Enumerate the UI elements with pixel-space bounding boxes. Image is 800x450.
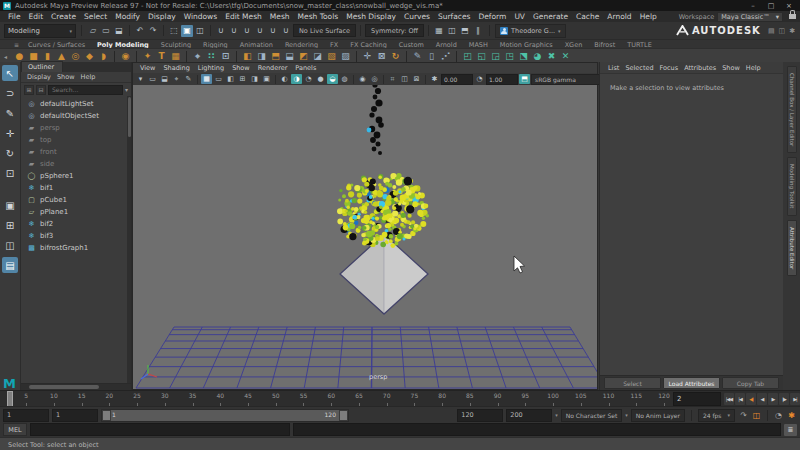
outliner-menu-show[interactable]: Show bbox=[55, 73, 77, 81]
shelf-delete-vertex-icon[interactable]: ✕ bbox=[559, 50, 572, 63]
step-back-key-button[interactable]: |◀ bbox=[735, 393, 745, 405]
menu-select[interactable]: Select bbox=[80, 12, 111, 21]
chevron-down-icon[interactable]: ▾ bbox=[625, 412, 628, 418]
shelf-merge-vertices-icon[interactable]: ⬔ bbox=[517, 50, 530, 63]
shelf-bridge-icon[interactable]: ◪ bbox=[311, 50, 324, 63]
scale-tool[interactable]: ⊡ bbox=[2, 165, 18, 181]
lighting-all-icon[interactable]: ◉ bbox=[357, 74, 368, 84]
select-hierarchy-icon[interactable]: ⬚ bbox=[168, 25, 180, 37]
outliner-horizontal-scrollbar[interactable] bbox=[21, 383, 131, 390]
shelf-delete-edge-icon[interactable]: ✖ bbox=[545, 50, 558, 63]
anti-aliasing-icon[interactable]: ⊠ bbox=[411, 74, 422, 84]
viewport-scene[interactable]: persp bbox=[133, 85, 597, 389]
range-slider-bar[interactable]: 1 120 bbox=[101, 409, 349, 422]
layout-toggle-icon[interactable]: ◫ bbox=[779, 27, 787, 35]
snap-view-plane-icon[interactable]: ∪ bbox=[267, 25, 279, 37]
shelf-boolean-slice-icon[interactable]: ◳ bbox=[503, 50, 516, 63]
bookmark-icon[interactable]: ✎ bbox=[183, 74, 194, 84]
shelf-boolean-intersection-icon[interactable]: ◲ bbox=[489, 50, 502, 63]
attribute-editor-menu-help[interactable]: Help bbox=[744, 64, 763, 72]
shelf-super-shape-icon[interactable]: ✦ bbox=[141, 50, 154, 63]
workspace-lock-icon[interactable] bbox=[789, 14, 796, 19]
outliner-item-top[interactable]: ▰top bbox=[27, 134, 131, 146]
smooth-shade-icon[interactable]: ◑ bbox=[291, 74, 302, 84]
shelf-svg-tool-icon[interactable]: ▦ bbox=[169, 50, 182, 63]
shelf-target-weld-icon[interactable]: ◕ bbox=[531, 50, 544, 63]
shelf-menu-icon[interactable]: ≡ bbox=[14, 41, 22, 48]
exposure-toggle-icon[interactable]: ✱ bbox=[429, 74, 440, 84]
outliner-item-pcube1[interactable]: ▢pCube1 bbox=[27, 194, 131, 206]
layout-four-view[interactable]: ⊞ bbox=[2, 217, 18, 233]
colorspace-select[interactable]: sRGB gamma▾ bbox=[531, 74, 609, 85]
film-gate-icon[interactable]: ▭ bbox=[213, 74, 224, 84]
outliner-item-psphere1[interactable]: ◯pSphere1 bbox=[27, 170, 131, 182]
menu-surfaces[interactable]: Surfaces bbox=[434, 12, 474, 21]
menu-arnold[interactable]: Arnold bbox=[603, 12, 635, 21]
menu-mesh-tools[interactable]: Mesh Tools bbox=[294, 12, 343, 21]
shelf-particle-tool-icon[interactable]: ∷ bbox=[205, 50, 218, 63]
animation-start-field[interactable]: 1 bbox=[3, 409, 49, 422]
shelf-reduce-icon[interactable]: ▨ bbox=[339, 50, 352, 63]
shelf-boolean-difference-icon[interactable]: ◱ bbox=[475, 50, 488, 63]
snap-curve-icon[interactable]: ∪ bbox=[228, 25, 240, 37]
animation-preferences-icon[interactable]: ✱ bbox=[786, 410, 797, 421]
chevron-down-icon[interactable]: ▾ bbox=[125, 86, 128, 93]
move-tool[interactable]: ✛ bbox=[2, 125, 18, 141]
outliner-search-input[interactable] bbox=[48, 85, 123, 95]
camera-attributes-icon[interactable]: ⌖ bbox=[171, 74, 182, 84]
shelf-mirror-icon[interactable]: ◩ bbox=[297, 50, 310, 63]
side-tab-channel-box-layer-editor[interactable]: Channel Box / Layer Editor bbox=[787, 66, 797, 153]
menu-edit-mesh[interactable]: Edit Mesh bbox=[221, 12, 266, 21]
gate-mask-icon[interactable]: ⊞ bbox=[237, 74, 248, 84]
outliner-item-defaultlightset[interactable]: ◎defaultLightSet bbox=[27, 98, 131, 110]
textured-icon[interactable]: ◒ bbox=[327, 74, 338, 84]
range-start-handle[interactable] bbox=[102, 410, 111, 421]
shelf-options-icon[interactable]: ◂ bbox=[4, 53, 12, 60]
shelf-quad-draw-icon[interactable]: ⋰ bbox=[439, 50, 452, 63]
shelf-image-plane-icon[interactable]: ⊡ bbox=[219, 50, 232, 63]
shelf-boolean-union-icon[interactable]: ◰ bbox=[461, 50, 474, 63]
copy-tab-button[interactable]: Copy Tab bbox=[722, 377, 779, 389]
select-tool[interactable]: ↖ bbox=[2, 65, 18, 81]
use-default-material-icon[interactable]: ◍ bbox=[339, 74, 350, 84]
viewport-menu-panels[interactable]: Panels bbox=[292, 64, 319, 72]
attribute-editor-menu-list[interactable]: List bbox=[606, 64, 621, 72]
playback-end-field[interactable]: 120 bbox=[457, 409, 503, 422]
flat-shade-icon[interactable]: ● bbox=[315, 74, 326, 84]
menu-display[interactable]: Display bbox=[144, 12, 180, 21]
shelf-sculpt-tool-icon[interactable]: ✛ bbox=[361, 50, 374, 63]
motion-blur-icon[interactable]: ◫ bbox=[399, 74, 410, 84]
shadows-icon[interactable]: ◎ bbox=[369, 74, 380, 84]
attribute-editor-menu-focus[interactable]: Focus bbox=[658, 64, 681, 72]
menu-file[interactable]: File bbox=[4, 12, 25, 21]
wireframe-icon[interactable]: ◐ bbox=[279, 74, 290, 84]
fps-select[interactable]: 24 fps ▾ bbox=[698, 409, 735, 422]
notification-icon[interactable]: ▤ bbox=[768, 27, 776, 35]
outliner-item-bif3[interactable]: ❄bif3 bbox=[27, 230, 131, 242]
viewport-menu-shading[interactable]: Shading bbox=[160, 64, 192, 72]
script-editor-icon[interactable]: ≣ bbox=[784, 424, 797, 436]
ipr-render-icon[interactable]: ◫ bbox=[446, 25, 458, 37]
step-back-frame-button[interactable]: ◀| bbox=[746, 393, 756, 405]
viewport-panel[interactable]: ViewShadingLightingShowRendererPanels ▾▭… bbox=[132, 62, 598, 390]
go-to-start-button[interactable]: |◀◀ bbox=[724, 393, 734, 405]
menu-help[interactable]: Help bbox=[636, 12, 661, 21]
anim-snap-icon[interactable]: ↷ bbox=[738, 410, 749, 421]
safe-action-icon[interactable]: ▣ bbox=[261, 74, 272, 84]
snap-point-icon[interactable]: ∪ bbox=[241, 25, 253, 37]
layout-persp-outliner[interactable]: ◫ bbox=[2, 237, 18, 253]
time-slider-track[interactable]: 5101520253035404550556065707580859095100… bbox=[0, 391, 670, 407]
command-language-toggle[interactable]: MEL bbox=[3, 423, 27, 436]
range-end-handle[interactable] bbox=[339, 410, 348, 421]
menu-deform[interactable]: Deform bbox=[474, 12, 510, 21]
resolution-gate-icon[interactable]: ◧ bbox=[225, 74, 236, 84]
outliner-menu-display[interactable]: Display bbox=[25, 73, 53, 81]
shelf-multi-cut-icon[interactable]: ✎ bbox=[411, 50, 424, 63]
shelf-type-tool-icon[interactable]: T bbox=[155, 50, 168, 63]
shelf-spin-edge-icon[interactable]: ↻ bbox=[389, 50, 402, 63]
viewport-menu-view[interactable]: View bbox=[137, 64, 158, 72]
rotate-tool[interactable]: ↻ bbox=[2, 145, 18, 161]
menu-curves[interactable]: Curves bbox=[400, 12, 434, 21]
menu-modify[interactable]: Modify bbox=[111, 12, 144, 21]
menu-mesh-display[interactable]: Mesh Display bbox=[342, 12, 400, 21]
